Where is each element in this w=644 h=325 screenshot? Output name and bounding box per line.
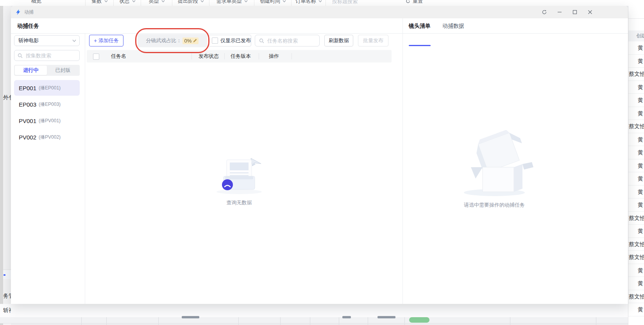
bg-filter-order-name[interactable]: 订单名称	[291, 0, 326, 6]
column-header-actions: 操作	[269, 50, 279, 62]
status-badge	[409, 317, 429, 323]
bg-filter-created-time[interactable]: 创建时间	[254, 0, 292, 6]
chevron-down-icon	[283, 0, 286, 2]
bg-left-blue-dot	[4, 274, 5, 276]
task-search-input[interactable]	[267, 38, 315, 44]
empty-text: 查询无数据	[208, 199, 270, 206]
column-header-task-version: 任务版本	[231, 50, 251, 62]
project-select[interactable]: 斩神电影	[14, 35, 80, 46]
screen: 概览 集数 状态 类型 提出阶段 需求单类型 创建时间 订单名称	[0, 0, 644, 325]
divider	[339, 317, 339, 325]
bg-left-item-project[interactable]: 斩神	[3, 307, 11, 314]
divider	[259, 53, 259, 59]
ratio-value: 0%	[182, 38, 199, 44]
title-search-field[interactable]	[331, 0, 372, 5]
table-row: 蔡文恰	[628, 290, 644, 304]
window-titlebar[interactable]: 动捕	[11, 6, 628, 18]
bg-clipped-text	[182, 316, 199, 318]
bg-filter-stage[interactable]: 提出阶段	[172, 0, 209, 6]
divider	[238, 317, 239, 325]
bg-reset-button[interactable]: 重置	[401, 0, 428, 6]
episode-item-ep003[interactable]: EP003 (播EP003)	[14, 96, 80, 112]
divider	[0, 6, 3, 325]
table-row: 黄	[628, 225, 644, 238]
bg-filter-type[interactable]: 类型	[141, 0, 172, 6]
table-row: 黄	[628, 133, 644, 146]
page-header-row: 动捕任务 镜头清单 动捕数据	[11, 18, 628, 34]
background-right-column: 创建 黄 黄 蔡文恰 黄 黄 黄 蔡文恰 黄 黄 黄 黄 黄 黄 蔡文恰 黄 蔡…	[628, 6, 644, 325]
window-title: 动捕	[24, 6, 34, 18]
divider	[85, 34, 85, 304]
only-published-filter[interactable]: 仅显示已发布	[208, 35, 251, 46]
table-row: 蔡文恰	[628, 212, 644, 225]
table-row: 蔡文恰	[628, 120, 644, 133]
divider	[81, 317, 82, 325]
mocap-window: 动捕 动捕任务 镜头清单	[11, 6, 628, 304]
table-row: 黄	[628, 146, 644, 159]
window-refresh-button[interactable]	[542, 9, 547, 15]
tab-sealed[interactable]: 已封版	[47, 66, 79, 75]
background-filter-bar: 概览 集数 状态 类型 提出阶段 需求单类型 创建时间 订单名称	[0, 0, 644, 6]
refresh-icon	[406, 0, 410, 4]
table-row: 黄	[628, 55, 644, 68]
batch-publish-button[interactable]: 批量发布	[358, 35, 388, 46]
table-row: 黄	[628, 264, 644, 277]
episode-search-input[interactable]	[25, 52, 72, 59]
table-row: 黄	[628, 186, 644, 199]
select-all-checkbox[interactable]	[93, 54, 99, 60]
bg-nav-overview[interactable]: 概览	[25, 0, 48, 6]
bg-left-item-management[interactable]: 务管	[3, 293, 11, 300]
task-search[interactable]	[255, 35, 320, 46]
status-segment-control: 进行中 已封版	[14, 65, 80, 76]
chevron-down-icon	[244, 0, 248, 2]
divider	[628, 18, 644, 19]
table-row: 黄	[628, 159, 644, 173]
task-table-header: 任务名 发布状态 任务版本 操作	[87, 50, 392, 62]
chevron-down-icon	[72, 39, 76, 42]
edit-pencil-icon[interactable]	[193, 38, 197, 43]
divider	[510, 317, 510, 325]
window-maximize-button[interactable]	[572, 9, 578, 15]
empty-text: 请选中需要操作的动捕任务	[455, 202, 533, 209]
project-select-value: 斩神电影	[18, 37, 72, 44]
bg-column-header: 创建	[628, 30, 644, 41]
only-published-checkbox[interactable]	[212, 38, 218, 44]
tab-in-progress[interactable]: 进行中	[15, 66, 47, 75]
chevron-down-icon	[161, 0, 165, 2]
bg-filter-episodes[interactable]: 集数	[85, 0, 114, 6]
episode-item-pv002[interactable]: PV002 (播PV002)	[14, 129, 80, 145]
divider	[280, 317, 281, 325]
episode-item-ep001[interactable]: EP001 (播EP001)	[14, 80, 80, 96]
divider	[402, 18, 403, 304]
bg-filter-request-type[interactable]: 需求单类型	[209, 0, 254, 6]
search-icon	[18, 53, 23, 58]
episode-item-pv001[interactable]: PV001 (播PV001)	[14, 113, 80, 129]
episode-search[interactable]	[14, 50, 80, 61]
chevron-down-icon	[200, 0, 204, 2]
table-row: 黄	[628, 172, 644, 186]
tab-shot-list[interactable]: 镜头清单	[409, 18, 431, 34]
window-close-button[interactable]	[587, 9, 593, 15]
bg-clipped-text	[377, 316, 395, 318]
active-tab-underline	[409, 45, 431, 46]
refresh-data-button[interactable]: 刷新数据	[324, 35, 353, 46]
tab-mocap-data[interactable]: 动捕数据	[442, 18, 464, 34]
bg-filter-status[interactable]: 状态	[113, 0, 141, 6]
table-row: 黄	[628, 41, 644, 55]
divider	[191, 53, 192, 59]
table-row: 黄	[628, 94, 644, 107]
window-minimize-button[interactable]	[557, 9, 562, 15]
add-task-button[interactable]: + 添加任务	[89, 35, 123, 46]
divider	[0, 323, 628, 323]
bg-left-item-outsource[interactable]: 外包	[3, 94, 11, 101]
table-row: 蔡文恰	[628, 68, 644, 81]
divider	[310, 317, 310, 325]
chevron-down-icon	[132, 0, 136, 2]
ratio-label: 分镜武戏占比：	[146, 37, 182, 44]
action-scene-ratio: 分镜武戏占比： 0%	[138, 34, 207, 47]
table-row: 黄	[628, 198, 644, 212]
bg-title-search-input[interactable]	[330, 0, 373, 6]
divider	[292, 53, 292, 59]
task-table-empty-state: 查询无数据	[208, 157, 270, 206]
search-icon	[259, 38, 264, 43]
